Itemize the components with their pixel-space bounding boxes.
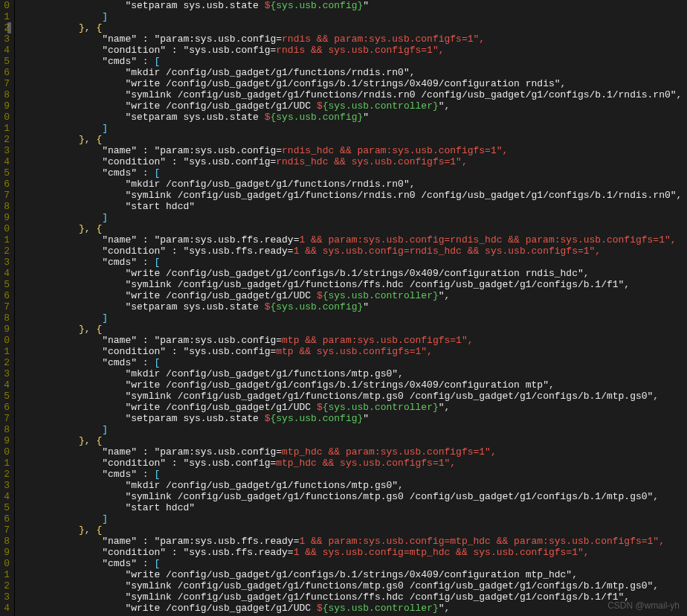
code-line: "name" : "param:sys.usb.ffs.ready=1 && p… bbox=[21, 234, 687, 246]
line-number: 4 bbox=[0, 491, 10, 502]
line-number-gutter: 0123456789012345678901234567890123456789… bbox=[0, 0, 15, 616]
line-number: 0 bbox=[0, 446, 10, 458]
code-line: "condition" : "sys.usb.config=rndis && s… bbox=[21, 45, 687, 56]
code-line: "name" : "param:sys.usb.config=rndis_hdc… bbox=[21, 145, 687, 156]
line-number: 9 bbox=[0, 212, 10, 223]
code-line: "name" : "param:sys.usb.ffs.ready=1 && p… bbox=[21, 536, 687, 547]
code-line: ] bbox=[21, 513, 687, 524]
line-number: 6 bbox=[0, 179, 10, 190]
code-line: }, { bbox=[21, 22, 687, 33]
line-number: 3 bbox=[0, 591, 10, 603]
code-line: ] bbox=[21, 11, 687, 22]
line-number: 0 bbox=[0, 335, 10, 346]
line-number: 3 bbox=[0, 145, 10, 156]
code-line: "mkdir /config/usb_gadget/g1/functions/m… bbox=[21, 480, 687, 491]
code-line: "condition" : "sys.usb.ffs.ready=1 && sy… bbox=[21, 547, 687, 558]
code-line: "cmds" : [ bbox=[21, 167, 687, 179]
code-line: "condition" : "sys.usb.config=mtp_hdc &&… bbox=[21, 458, 687, 469]
line-number: 5 bbox=[0, 391, 10, 402]
line-number: 1 bbox=[0, 458, 10, 469]
line-number: 9 bbox=[0, 324, 10, 335]
line-number: 2 bbox=[0, 580, 10, 591]
line-number: 4 bbox=[0, 45, 10, 56]
code-line: "symlink /config/usb_gadget/g1/functions… bbox=[21, 580, 687, 591]
line-number: 1 bbox=[0, 123, 10, 134]
line-number: 4 bbox=[0, 156, 10, 167]
code-line: ] bbox=[21, 123, 687, 134]
code-line: "setparam sys.usb.state ${sys.usb.config… bbox=[21, 112, 687, 123]
line-number: 7 bbox=[0, 413, 10, 424]
code-line: ] bbox=[21, 212, 687, 223]
line-number: 0 bbox=[0, 0, 10, 11]
code-line: }, { bbox=[21, 134, 687, 145]
code-line: }, { bbox=[21, 524, 687, 536]
code-line: "mkdir /config/usb_gadget/g1/functions/r… bbox=[21, 179, 687, 190]
code-line: "write /config/usb_gadget/g1/configs/b.1… bbox=[21, 78, 687, 89]
code-line: "condition" : "sys.usb.ffs.ready=1 && sy… bbox=[21, 246, 687, 257]
line-number: 3 bbox=[0, 368, 10, 379]
line-number: 5 bbox=[0, 279, 10, 290]
code-line: "start hdcd" bbox=[21, 201, 687, 212]
code-line: "write /config/usb_gadget/g1/configs/b.1… bbox=[21, 268, 687, 279]
line-number: 6 bbox=[0, 402, 10, 413]
code-line: "cmds" : [ bbox=[21, 357, 687, 368]
code-editor[interactable]: 0123456789012345678901234567890123456789… bbox=[0, 0, 687, 616]
line-number: 7 bbox=[0, 301, 10, 312]
code-line: }, { bbox=[21, 223, 687, 234]
line-number: 6 bbox=[0, 513, 10, 524]
line-number: 2 bbox=[0, 134, 10, 145]
line-number: 8 bbox=[0, 424, 10, 435]
line-number: 7 bbox=[0, 524, 10, 536]
line-number: 2 bbox=[0, 246, 10, 257]
line-number: 8 bbox=[0, 201, 10, 212]
code-line: "cmds" : [ bbox=[21, 558, 687, 569]
code-line: "condition" : "sys.usb.config=mtp && sys… bbox=[21, 346, 687, 357]
watermark: CSDN @wmail-yh bbox=[607, 600, 680, 612]
code-line: "setparam sys.usb.state ${sys.usb.config… bbox=[21, 0, 687, 11]
code-line: "symlink /config/usb_gadget/g1/functions… bbox=[21, 591, 687, 603]
line-number: 1 bbox=[0, 11, 10, 22]
line-number: 7 bbox=[0, 78, 10, 89]
code-line: "name" : "param:sys.usb.config=mtp_hdc &… bbox=[21, 446, 687, 458]
line-number: 9 bbox=[0, 435, 10, 446]
line-number: 9 bbox=[0, 100, 10, 112]
code-line: "mkdir /config/usb_gadget/g1/functions/r… bbox=[21, 67, 687, 78]
code-area[interactable]: "setparam sys.usb.state ${sys.usb.config… bbox=[15, 0, 687, 616]
code-line: ] bbox=[21, 312, 687, 324]
code-line: "write /config/usb_gadget/g1/UDC ${sys.u… bbox=[21, 402, 687, 413]
code-line: "cmds" : [ bbox=[21, 56, 687, 67]
line-number: 1 bbox=[0, 346, 10, 357]
line-number: 3 bbox=[0, 33, 10, 45]
line-number: 4 bbox=[0, 379, 10, 391]
line-number: 4 bbox=[0, 603, 10, 614]
line-number: 2 bbox=[0, 357, 10, 368]
code-line: "write /config/usb_gadget/g1/UDC ${sys.u… bbox=[21, 290, 687, 301]
code-line: "write /config/usb_gadget/g1/configs/b.1… bbox=[21, 379, 687, 391]
code-line: "condition" : "sys.usb.config=rndis_hdc … bbox=[21, 156, 687, 167]
line-number: 8 bbox=[0, 536, 10, 547]
line-number: 0 bbox=[0, 558, 10, 569]
code-line: "start hdcd" bbox=[21, 502, 687, 513]
line-number: 0 bbox=[0, 223, 10, 234]
code-line: "symlink /config/usb_gadget/g1/functions… bbox=[21, 491, 687, 502]
code-line: "setparam sys.usb.state ${sys.usb.config… bbox=[21, 301, 687, 312]
line-number: 2 bbox=[0, 469, 10, 480]
code-line: "write /config/usb_gadget/g1/configs/b.1… bbox=[21, 569, 687, 580]
line-number: 8 bbox=[0, 89, 10, 100]
line-number: 5 bbox=[0, 502, 10, 513]
line-number: 9 bbox=[0, 547, 10, 558]
code-line: "cmds" : [ bbox=[21, 469, 687, 480]
line-number: 0 bbox=[0, 112, 10, 123]
code-line: "symlink /config/usb_gadget/g1/functions… bbox=[21, 190, 687, 201]
line-number: 1 bbox=[0, 569, 10, 580]
code-line: "cmds" : [ bbox=[21, 257, 687, 268]
code-line: ] bbox=[21, 424, 687, 435]
code-line: "name" : "param:sys.usb.config=mtp && pa… bbox=[21, 335, 687, 346]
line-number: 3 bbox=[0, 480, 10, 491]
code-line: }, { bbox=[21, 435, 687, 446]
line-number: 7 bbox=[0, 190, 10, 201]
line-number: 6 bbox=[0, 290, 10, 301]
line-number: 4 bbox=[0, 268, 10, 279]
line-number: 1 bbox=[0, 234, 10, 246]
line-number: 5 bbox=[0, 167, 10, 179]
